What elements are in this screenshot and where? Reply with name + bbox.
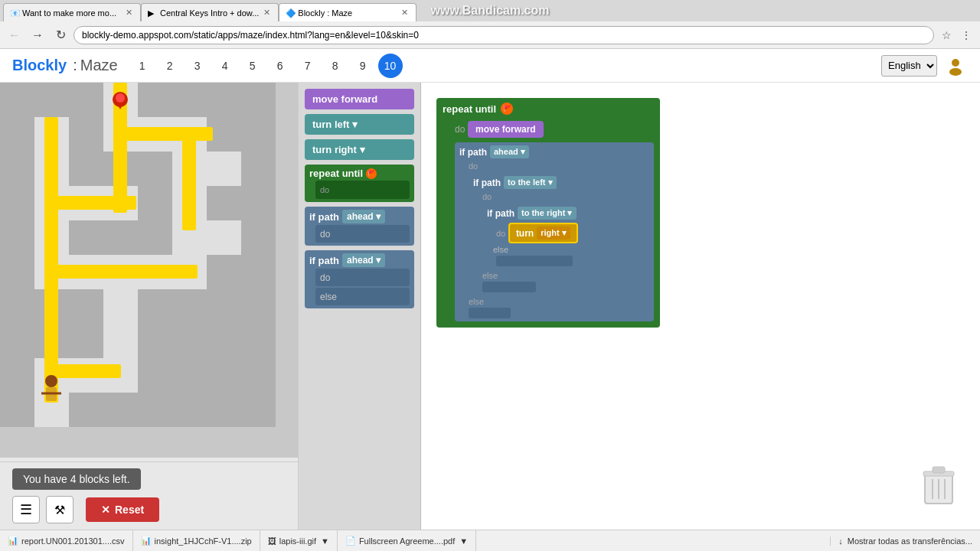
status-download[interactable]: ↓ Mostrar todas as transferências... (830, 536, 980, 546)
toolbox-turn-right[interactable]: turn right ▾ (305, 139, 414, 160)
svg-rect-53 (69, 289, 103, 324)
toolbox-move-forward[interactable]: move forward (305, 89, 414, 109)
ws-nested-if-right[interactable]: if path to the right ▾ do (482, 204, 645, 269)
toolbox-repeat-label: repeat until (309, 168, 363, 179)
toolbox-if-dropdown2[interactable]: ahead ▾ (342, 253, 385, 267)
svg-point-0 (952, 59, 959, 67)
svg-rect-34 (241, 186, 276, 220)
link-button[interactable]: ⚒ (46, 496, 74, 523)
ws-to-left-dropdown[interactable]: to the left ▾ (504, 176, 557, 189)
status-file-3[interactable]: 🖼 lapis-iii.gif ▼ (260, 530, 338, 551)
back-button[interactable]: ← (5, 25, 24, 45)
tab-3[interactable]: 🔷 Blockly : Maze ✕ (279, 3, 416, 21)
level-8-btn[interactable]: 8 (323, 54, 348, 78)
tab-2-title: Central Keys Intro + dow... (160, 8, 259, 18)
address-bar[interactable] (74, 26, 934, 44)
status-file-3-arrow: ▼ (321, 536, 329, 546)
ws-right-dropdown[interactable]: right ▾ (537, 227, 570, 240)
svg-rect-67 (0, 358, 34, 393)
ws-if-outer[interactable]: if path ahead ▾ do if path (455, 142, 654, 321)
svg-rect-55 (138, 289, 172, 324)
svg-rect-39 (138, 220, 172, 255)
svg-rect-43 (0, 255, 34, 289)
forward-button[interactable]: → (28, 25, 47, 45)
user-avatar-icon (945, 55, 966, 77)
workspace-content: repeat until 🚩 do move forward if p (436, 98, 660, 328)
level-2-btn[interactable]: 2 (158, 54, 182, 78)
svg-rect-81 (207, 393, 241, 427)
tab-1-close[interactable]: ✕ (124, 8, 134, 18)
tab-2[interactable]: ▶ Central Keys Intro + dow... ✕ (141, 3, 279, 21)
ws-repeat-header: repeat until 🚩 (443, 103, 654, 115)
status-file-1[interactable]: 📊 report.UN001.201301....csv (0, 530, 133, 551)
download-arrow-icon: ↓ (838, 536, 843, 546)
ws-if-left-header: if path to the left ▾ (473, 176, 645, 189)
user-icon[interactable] (943, 54, 968, 78)
toolbox-turn-left[interactable]: turn left ▾ (305, 114, 414, 135)
level-5-btn[interactable]: 5 (240, 54, 265, 78)
level-3-btn[interactable]: 3 (185, 54, 210, 78)
bookmark-button[interactable]: ☆ (937, 26, 956, 44)
status-file-4[interactable]: 📄 Fullscreen Agreeme....pdf ▼ (338, 530, 476, 551)
reset-label: Reset (115, 504, 144, 516)
svg-rect-59 (0, 324, 34, 358)
toolbox-if-path-2[interactable]: if path ahead ▾ do else (305, 250, 414, 308)
trash-icon[interactable] (920, 464, 957, 507)
status-file-2[interactable]: 📊 insight_1HJCchF-V1....zip (133, 530, 260, 551)
level-6-btn[interactable]: 6 (268, 54, 292, 78)
svg-rect-63 (138, 324, 172, 358)
refresh-button[interactable]: ↻ (51, 25, 70, 45)
ws-move-forward-block[interactable]: move forward (468, 121, 544, 138)
toolbox-if-do1: do (315, 225, 410, 243)
workspace[interactable]: repeat until 🚩 do move forward if p (421, 83, 980, 530)
svg-rect-65 (207, 324, 241, 358)
ws-do-label: do (455, 124, 465, 135)
toolbox-if-label2: if path (309, 255, 339, 266)
svg-rect-54 (103, 289, 138, 324)
level-nav: 1 2 3 4 5 6 7 8 9 10 (130, 54, 403, 78)
status-bar: 📊 report.UN001.201301....csv 📊 insight_1… (0, 530, 980, 551)
svg-rect-74 (241, 358, 276, 393)
ws-to-right-dropdown[interactable]: to the right ▾ (518, 207, 577, 220)
language-select[interactable]: English (881, 55, 937, 77)
tab-2-close[interactable]: ✕ (262, 8, 272, 18)
tab-3-title: Blockly : Maze (298, 8, 397, 18)
blocks-left-message: You have 4 blocks left. (12, 468, 141, 490)
ws-repeat-block[interactable]: repeat until 🚩 do move forward if p (436, 98, 660, 328)
level-4-btn[interactable]: 4 (213, 54, 237, 78)
svg-rect-23 (138, 152, 172, 186)
level-9-btn[interactable]: 9 (351, 54, 375, 78)
ws-turn-right-block[interactable]: turn right ▾ (508, 223, 578, 243)
nav-actions: ☆ ⋮ (937, 26, 975, 44)
toolbox-if-do2: do (315, 269, 410, 286)
status-file-1-icon: 📊 (8, 536, 18, 546)
toolbox-repeat-until[interactable]: repeat until 🚩 do (305, 165, 414, 202)
svg-rect-82 (241, 393, 276, 427)
tab-1[interactable]: 📧 Want to make more mo... ✕ (3, 3, 141, 21)
nav-bar: ← → ↻ ☆ ⋮ (0, 21, 980, 49)
svg-rect-61 (69, 324, 103, 358)
ws-if-ahead-dropdown[interactable]: ahead ▾ (490, 145, 529, 158)
list-button[interactable]: ☰ (12, 496, 40, 523)
svg-rect-33 (207, 186, 241, 220)
app-title-link[interactable]: Blockly (12, 57, 67, 74)
ws-nested-if-left[interactable]: if path to the left ▾ do (469, 173, 649, 295)
tab-1-icon: 📧 (10, 8, 19, 18)
level-7-btn[interactable]: 7 (296, 54, 320, 78)
toolbox-if-dropdown1[interactable]: ahead ▾ (342, 210, 385, 223)
svg-rect-3 (0, 83, 34, 117)
menu-button[interactable]: ⋮ (957, 26, 975, 44)
svg-rect-11 (0, 117, 34, 152)
svg-rect-18 (241, 117, 276, 152)
status-file-3-icon: 🖼 (268, 536, 276, 546)
svg-rect-88 (44, 265, 198, 279)
toolbox-turn-right-label: turn right (312, 144, 357, 155)
svg-rect-100 (933, 467, 945, 473)
reset-button[interactable]: ✕ Reset (86, 497, 159, 522)
level-1-btn[interactable]: 1 (130, 54, 155, 78)
svg-rect-75 (0, 393, 34, 427)
level-10-btn[interactable]: 10 (378, 54, 403, 78)
svg-point-94 (116, 93, 125, 103)
tab-3-close[interactable]: ✕ (400, 8, 410, 18)
toolbox-if-path-1[interactable]: if path ahead ▾ do (305, 207, 414, 246)
